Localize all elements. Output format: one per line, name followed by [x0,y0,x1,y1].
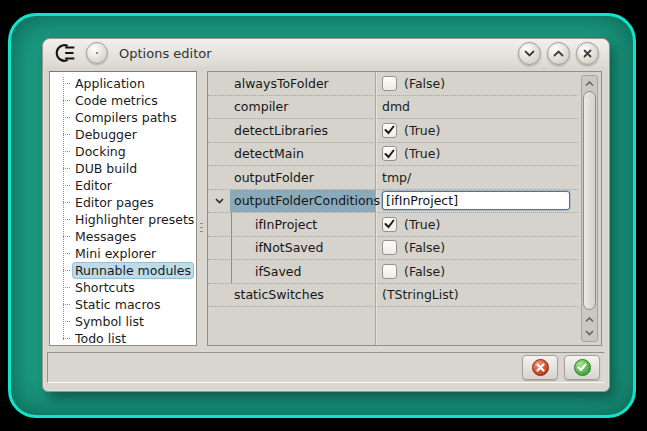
scroll-up-button[interactable] [582,77,597,90]
property-row[interactable]: compiler dmd [208,96,578,120]
property-name-cell[interactable]: ifNotSaved [230,237,375,260]
tree-branch-icon [63,168,70,169]
property-name-cell[interactable]: ifInProject [230,213,375,236]
property-value-cell[interactable]: tmp/ [375,166,578,189]
sidebar-item[interactable]: Editor pages [50,194,196,211]
property-row[interactable]: ifSaved (False) [208,260,578,284]
checkbox[interactable] [382,123,397,138]
chevron-up-icon [585,81,594,87]
property-row[interactable]: outputFolder tmp/ [208,166,578,190]
sidebar-item[interactable]: DUB build [50,160,196,177]
row-gutter [208,143,230,166]
chevron-down-icon [524,50,535,57]
sidebar-item[interactable]: Editor [50,177,196,194]
options-editor-window: Options editor Application Code metrics … [42,38,610,392]
property-value-cell[interactable]: (True) [375,143,578,166]
tree-branch-icon [63,219,70,220]
property-value: (TStringList) [382,287,459,302]
property-value-cell[interactable]: (False) [375,260,578,283]
property-name-cell[interactable]: staticSwitches [230,284,375,307]
property-name-cell[interactable]: compiler [230,96,375,119]
tree-branch-icon [63,100,70,101]
tree-connector-line [231,213,232,283]
checkbox[interactable] [382,76,397,91]
sidebar-item[interactable]: Code metrics [50,92,196,109]
sidebar-item-label: Mini explorer [73,246,158,261]
tree-branch-icon [63,304,70,305]
property-row[interactable]: ifInProject (True) [208,213,578,237]
sidebar-item-label: Static macros [73,297,162,312]
sidebar-item[interactable]: Compilers paths [50,109,196,126]
sidebar-item[interactable]: Application [50,75,196,92]
property-row[interactable]: ifNotSaved (False) [208,237,578,261]
tree-branch-icon [63,321,70,322]
minimize-button[interactable] [518,42,541,65]
property-value-cell[interactable]: (False) [375,72,578,95]
property-row[interactable]: detectMain (True) [208,143,578,167]
close-x-icon [583,49,592,58]
sidebar-item[interactable]: Shortcuts [50,279,196,296]
sidebar-item-label: Highlighter presets [73,212,196,227]
splitter-grip-icon [200,223,203,235]
sidebar-item-label: DUB build [73,161,139,176]
checkbox[interactable] [382,146,397,161]
property-name-cell[interactable]: alwaysToFolder [230,72,375,95]
property-name: ifInProject [255,217,317,232]
tree-branch-icon [63,287,70,288]
tree-branch-icon [63,253,70,254]
coedit-logo-icon [55,43,77,63]
property-name-cell[interactable]: detectLibraries [230,119,375,142]
value-edit-input[interactable] [382,191,570,210]
property-value: tmp/ [382,170,411,185]
close-button[interactable] [576,42,599,65]
sidebar-item[interactable]: Debugger [50,126,196,143]
scroll-down-button[interactable] [582,326,597,339]
property-name-cell[interactable]: outputFolderConditions [230,190,375,213]
sidebar-item-label: Editor pages [73,195,156,210]
sidebar-item[interactable]: Symbol list [50,313,196,330]
property-value-cell[interactable]: dmd [375,96,578,119]
tree-branch-icon [63,83,70,84]
scroll-up-button-bottom[interactable] [582,313,597,326]
sidebar-item[interactable]: Mini explorer [50,245,196,262]
property-value: (False) [404,264,445,279]
vertical-scrollbar[interactable] [581,75,598,342]
property-value-cell[interactable]: (True) [375,119,578,142]
property-value-cell[interactable]: (TStringList) [375,284,578,307]
sidebar-item-label: Symbol list [73,314,146,329]
property-value-cell[interactable] [375,190,578,213]
scrollbar-thumb[interactable] [583,91,596,310]
sidebar-item[interactable]: Highlighter presets [50,211,196,228]
tree-branch-icon [63,117,70,118]
splitter-handle[interactable] [197,71,207,346]
tree-branch-icon [63,202,70,203]
chevron-up-icon [585,317,594,323]
property-row[interactable]: staticSwitches (TStringList) [208,284,578,308]
property-name-cell[interactable]: ifSaved [230,260,375,283]
sidebar-item[interactable]: Static macros [50,296,196,313]
checkbox[interactable] [382,240,397,255]
property-name: staticSwitches [234,287,324,302]
checkbox[interactable] [382,264,397,279]
cancel-button[interactable] [522,355,558,380]
property-row[interactable]: alwaysToFolder (False) [208,72,578,96]
screenshot-background: Options editor Application Code metrics … [0,0,647,431]
property-row[interactable]: detectLibraries (True) [208,119,578,143]
window-menu-button[interactable] [86,42,108,64]
property-name-cell[interactable]: detectMain [230,143,375,166]
maximize-button[interactable] [547,42,570,65]
checkbox[interactable] [382,217,397,232]
titlebar[interactable]: Options editor [43,39,609,67]
accept-button[interactable] [564,355,600,380]
tree-branch-icon [63,338,70,339]
property-row[interactable]: outputFolderConditions [208,190,578,214]
sidebar-item[interactable]: Messages [50,228,196,245]
property-value-cell[interactable]: (False) [375,237,578,260]
property-name-cell[interactable]: outputFolder [230,166,375,189]
window-title: Options editor [119,46,518,61]
sidebar-item[interactable]: Todo list [50,330,196,346]
property-value-cell[interactable]: (True) [375,213,578,236]
expander-chevron-down-icon[interactable] [215,198,224,204]
sidebar-item[interactable]: Docking [50,143,196,160]
sidebar-item[interactable]: Runnable modules [50,262,196,279]
